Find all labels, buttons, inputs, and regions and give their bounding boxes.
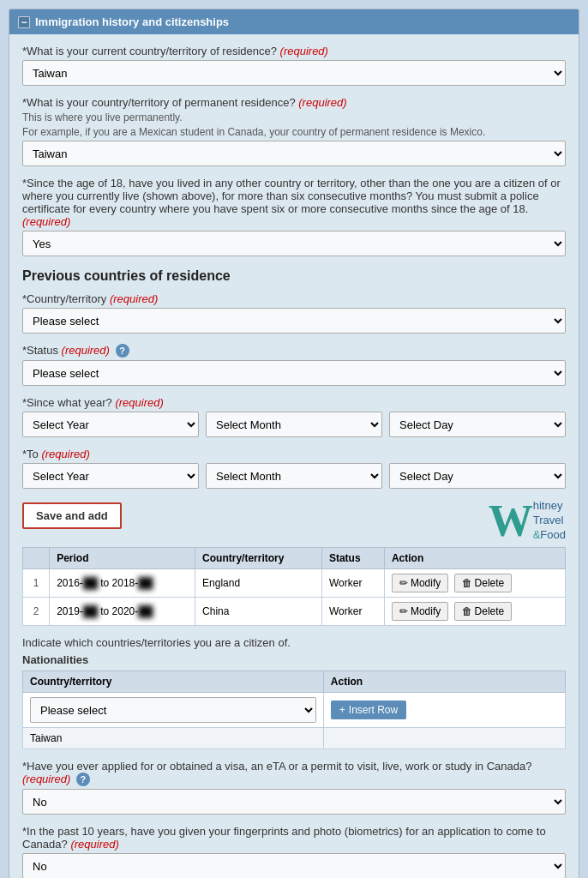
- visa-label: *Have you ever applied for or obtained a…: [22, 760, 566, 786]
- since-year-select[interactable]: Select Year: [22, 412, 199, 437]
- permanent-note-1: This is where you live permanently.: [22, 111, 566, 123]
- insert-row-button[interactable]: + Insert Row: [331, 701, 406, 719]
- trash-icon: 🗑: [462, 605, 472, 617]
- section-header: − Immigration history and citizenships: [9, 9, 579, 34]
- row-2-modify-btn[interactable]: ✏ Modify: [392, 602, 448, 621]
- trash-icon: 🗑: [462, 577, 472, 589]
- since-year-required: (required): [115, 396, 163, 409]
- biometrics-required: (required): [70, 838, 118, 851]
- visa-group: *Have you ever applied for or obtained a…: [22, 760, 566, 815]
- row-1-num: 1: [23, 569, 50, 598]
- status-group: *Status (required) ? Please select: [22, 344, 566, 386]
- logo: W hitney Travel &Food: [489, 499, 566, 544]
- row-2-period: 2019-██ to 2020-██: [50, 598, 195, 626]
- status-select[interactable]: Please select: [22, 360, 566, 386]
- to-day-select[interactable]: Select Day: [389, 463, 566, 489]
- visa-required: (required): [22, 773, 70, 785]
- to-group: *To (required) Select Year Select Month …: [22, 448, 566, 489]
- other-country-group: *Since the age of 18, have you lived in …: [22, 177, 566, 256]
- visa-select[interactable]: No: [22, 789, 566, 815]
- prev-country-select[interactable]: Please select: [22, 308, 566, 334]
- biometrics-group: *In the past 10 years, have you given yo…: [22, 825, 566, 878]
- current-country-required: (required): [280, 45, 328, 57]
- section-title: Immigration history and citizenships: [35, 15, 229, 28]
- nat-country-select[interactable]: Please select: [30, 697, 316, 723]
- row-1-country: England: [195, 569, 322, 598]
- other-country-required: (required): [22, 215, 70, 228]
- nat-select-row: Please select + Insert Row: [23, 693, 566, 728]
- row-1-status: Worker: [321, 569, 384, 598]
- row-2-status: Worker: [321, 598, 384, 626]
- status-label: *Status (required) ?: [22, 344, 566, 358]
- table-header-period: Period: [50, 548, 195, 569]
- nat-action-header: Action: [323, 671, 565, 693]
- indicate-text: Indicate which countries/territories you…: [22, 636, 566, 649]
- row-2-action: ✏ Modify 🗑 Delete: [384, 598, 565, 626]
- row-1-modify-btn[interactable]: ✏ Modify: [392, 574, 448, 592]
- since-day-select[interactable]: Select Day: [389, 412, 566, 437]
- biometrics-label: *In the past 10 years, have you given yo…: [22, 825, 566, 851]
- permanent-residence-required: (required): [298, 96, 346, 109]
- permanent-residence-select[interactable]: Taiwan: [22, 141, 566, 166]
- since-month-select[interactable]: Select Month: [206, 412, 382, 437]
- prev-country-group: *Country/territory (required) Please sel…: [22, 292, 566, 334]
- row-1-period: 2016-██ to 2018-██: [50, 569, 195, 598]
- status-required: (required): [62, 344, 110, 357]
- to-required: (required): [41, 448, 89, 460]
- prev-country-required: (required): [110, 292, 158, 305]
- pencil-icon: ✏: [399, 577, 408, 589]
- permanent-residence-label: *What is your country/territory of perma…: [22, 96, 566, 109]
- to-year-select[interactable]: Select Year: [22, 463, 199, 489]
- row-2-delete-btn[interactable]: 🗑 Delete: [454, 602, 513, 621]
- other-country-select[interactable]: Yes: [22, 231, 566, 256]
- nationalities-section: Indicate which countries/territories you…: [22, 636, 566, 749]
- other-country-label: *Since the age of 18, have you lived in …: [22, 177, 566, 228]
- table-row: 1 2016-██ to 2018-██ England Worker ✏ Mo…: [23, 569, 566, 598]
- save-add-button[interactable]: Save and add: [22, 502, 122, 529]
- current-country-select[interactable]: Taiwan: [22, 60, 566, 86]
- table-header-status: Status: [321, 548, 384, 569]
- current-country-group: *What is your current country/territory …: [22, 45, 566, 86]
- permanent-residence-group: *What is your country/territory of perma…: [22, 96, 566, 166]
- nationalities-title: Nationalities: [22, 653, 566, 666]
- permanent-note-2: For example, if you are a Mexican studen…: [22, 126, 566, 138]
- nat-country-header: Country/territory: [23, 671, 324, 693]
- previous-countries-title: Previous countries of residence: [22, 268, 566, 284]
- pencil-icon: ✏: [399, 605, 408, 617]
- current-country-label: *What is your current country/territory …: [22, 45, 566, 57]
- residence-table: Period Country/territory Status Action 1…: [22, 547, 566, 626]
- to-label: *To (required): [22, 448, 566, 460]
- visa-help-icon[interactable]: ?: [76, 773, 90, 786]
- row-1-delete-btn[interactable]: 🗑 Delete: [454, 574, 513, 592]
- nationalities-table: Country/territory Action Please select: [22, 671, 566, 749]
- prev-country-label: *Country/territory (required): [22, 292, 566, 305]
- row-2-country: China: [195, 598, 322, 626]
- nat-taiwan-row: Taiwan: [23, 728, 566, 749]
- since-year-label: *Since what year? (required): [22, 396, 566, 409]
- biometrics-select[interactable]: No: [22, 853, 566, 878]
- since-year-group: *Since what year? (required) Select Year…: [22, 396, 566, 437]
- collapse-icon[interactable]: −: [18, 16, 30, 28]
- row-1-action: ✏ Modify 🗑 Delete: [384, 569, 565, 598]
- table-row: 2 2019-██ to 2020-██ China Worker ✏ Modi…: [23, 598, 566, 626]
- table-header-country: Country/territory: [195, 548, 322, 569]
- to-month-select[interactable]: Select Month: [206, 463, 382, 489]
- table-header-num: [23, 548, 50, 569]
- plus-icon: +: [339, 704, 345, 716]
- nat-taiwan-value: Taiwan: [23, 728, 324, 749]
- row-2-num: 2: [23, 598, 50, 626]
- table-header-action: Action: [384, 548, 565, 569]
- status-help-icon[interactable]: ?: [116, 344, 129, 358]
